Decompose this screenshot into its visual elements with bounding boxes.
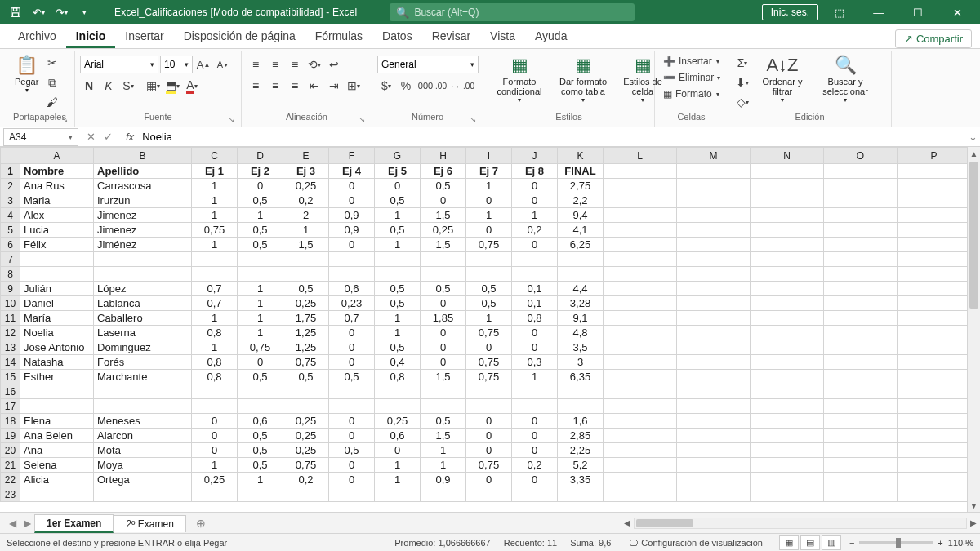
cell[interactable]: [898, 473, 968, 487]
cell[interactable]: 0: [192, 414, 238, 429]
cell[interactable]: [898, 384, 968, 399]
cell[interactable]: 0,4: [375, 355, 421, 370]
cell[interactable]: 1: [238, 208, 283, 223]
cell[interactable]: 0,25: [421, 223, 466, 238]
cell[interactable]: 1: [375, 311, 421, 326]
cell[interactable]: [824, 429, 898, 443]
cell[interactable]: 0,5: [421, 282, 466, 296]
cell[interactable]: [20, 399, 94, 414]
align-top-button[interactable]: ≡: [247, 56, 265, 73]
column-header[interactable]: I: [466, 148, 512, 164]
cell[interactable]: 1,5: [421, 429, 466, 443]
cell[interactable]: 4,1: [558, 223, 604, 238]
cell[interactable]: 0,75: [283, 355, 329, 370]
zoom-slider[interactable]: [859, 541, 933, 544]
italic-button[interactable]: K: [100, 77, 118, 95]
tab-nav-prev-button[interactable]: ◀: [5, 518, 20, 529]
vscroll-thumb[interactable]: [969, 162, 978, 309]
increase-decimal-button[interactable]: .00→: [436, 77, 454, 95]
cell[interactable]: 0: [466, 473, 512, 487]
fill-button[interactable]: ⬇▾: [733, 73, 751, 91]
column-header[interactable]: J: [512, 148, 558, 164]
cell[interactable]: [898, 443, 968, 458]
cell[interactable]: [604, 487, 677, 502]
number-launcher[interactable]: ↘: [468, 115, 478, 125]
cell[interactable]: 3,5: [558, 340, 604, 355]
cell[interactable]: 0: [329, 458, 375, 473]
cell[interactable]: [604, 326, 677, 340]
column-header[interactable]: O: [824, 148, 898, 164]
cell[interactable]: [751, 296, 824, 311]
cell[interactable]: [898, 399, 968, 414]
merge-center-button[interactable]: ⊞▾: [345, 77, 363, 95]
cell[interactable]: [604, 384, 677, 399]
vertical-scrollbar[interactable]: ▲ ▼: [967, 147, 980, 512]
cell[interactable]: [751, 238, 824, 252]
cell[interactable]: [751, 443, 824, 458]
cell[interactable]: 0,2: [283, 193, 329, 208]
cell[interactable]: 6,35: [558, 370, 604, 384]
cell[interactable]: [375, 399, 421, 414]
cell[interactable]: [677, 384, 751, 399]
formula-input[interactable]: [139, 131, 965, 143]
cell[interactable]: Lucia: [20, 223, 94, 238]
name-box[interactable]: A34▾: [3, 128, 78, 146]
cell[interactable]: 1,5: [421, 238, 466, 252]
cell[interactable]: [898, 208, 968, 223]
cell[interactable]: Ej 2: [238, 164, 283, 179]
row-header[interactable]: 12: [1, 326, 20, 340]
cell[interactable]: López: [94, 282, 192, 296]
cell[interactable]: Elena: [20, 414, 94, 429]
cell[interactable]: 1: [375, 458, 421, 473]
borders-button[interactable]: ▦▾: [144, 77, 162, 95]
cell[interactable]: Ej 3: [283, 164, 329, 179]
accounting-format-button[interactable]: $▾: [377, 77, 395, 95]
cell[interactable]: 0,3: [512, 355, 558, 370]
cell[interactable]: [824, 370, 898, 384]
cell[interactable]: [421, 252, 466, 267]
scroll-right-button[interactable]: ▶: [967, 518, 980, 527]
cell[interactable]: [898, 179, 968, 193]
cell[interactable]: 1: [238, 282, 283, 296]
cell[interactable]: [824, 223, 898, 238]
cell[interactable]: Ej 5: [375, 164, 421, 179]
cell[interactable]: [898, 193, 968, 208]
cell[interactable]: 0: [466, 414, 512, 429]
cell[interactable]: 0,25: [283, 429, 329, 443]
row-header[interactable]: 4: [1, 208, 20, 223]
row-header[interactable]: 7: [1, 252, 20, 267]
cell[interactable]: [421, 267, 466, 282]
column-header[interactable]: N: [751, 148, 824, 164]
cell[interactable]: 1,5: [283, 238, 329, 252]
qat-customize-button[interactable]: ▾: [74, 2, 95, 22]
cell[interactable]: [604, 223, 677, 238]
cell[interactable]: [824, 179, 898, 193]
cell[interactable]: 0: [192, 443, 238, 458]
cell[interactable]: [238, 267, 283, 282]
search-input[interactable]: [414, 7, 628, 18]
cell[interactable]: 0: [238, 355, 283, 370]
cell[interactable]: [604, 340, 677, 355]
cell[interactable]: [677, 473, 751, 487]
ribbon-display-options-button[interactable]: ⬚: [822, 1, 858, 24]
cell[interactable]: [604, 355, 677, 370]
cell[interactable]: Ana: [20, 443, 94, 458]
cell[interactable]: 0: [329, 179, 375, 193]
cell[interactable]: 0: [512, 193, 558, 208]
cell[interactable]: [677, 429, 751, 443]
column-header[interactable]: H: [421, 148, 466, 164]
cell[interactable]: 1: [375, 326, 421, 340]
cell[interactable]: [512, 267, 558, 282]
cell[interactable]: 0,5: [238, 238, 283, 252]
cell[interactable]: [677, 399, 751, 414]
cell[interactable]: 0,5: [238, 223, 283, 238]
cell[interactable]: 0: [466, 429, 512, 443]
cell[interactable]: 3: [558, 355, 604, 370]
increase-indent-button[interactable]: ⇥: [325, 77, 343, 95]
cell[interactable]: 0: [512, 414, 558, 429]
row-header[interactable]: 14: [1, 355, 20, 370]
expand-formula-bar-button[interactable]: ⌄: [965, 131, 980, 143]
cell[interactable]: [558, 487, 604, 502]
orientation-button[interactable]: ⟲▾: [305, 56, 323, 73]
cell[interactable]: 0,6: [238, 414, 283, 429]
